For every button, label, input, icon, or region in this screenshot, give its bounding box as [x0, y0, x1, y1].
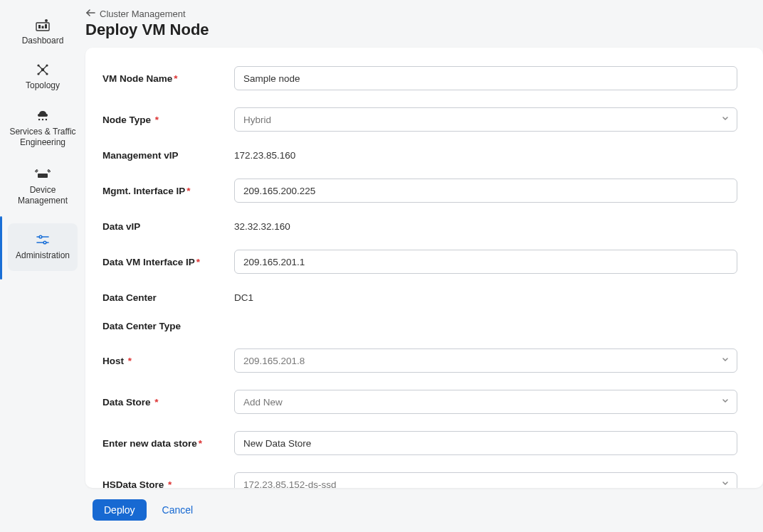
- sidebar: Dashboard Topology: [0, 0, 85, 532]
- label-new-data-store: Enter new data store*: [102, 438, 234, 449]
- footer-actions: Deploy Cancel: [85, 488, 763, 532]
- sidebar-item-device-management[interactable]: Device Management: [0, 158, 85, 216]
- sidebar-item-topology[interactable]: Topology: [0, 55, 85, 100]
- svg-point-19: [44, 175, 46, 176]
- label-data-center-type: Data Center Type: [102, 321, 234, 331]
- sidebar-item-dashboard[interactable]: Dashboard: [0, 10, 85, 55]
- cancel-button[interactable]: Cancel: [162, 504, 194, 516]
- sidebar-item-label: Administration: [16, 250, 70, 261]
- dashboard-icon: [36, 17, 50, 33]
- svg-rect-16: [46, 119, 47, 120]
- svg-rect-15: [42, 119, 43, 120]
- label-host: Host *: [102, 356, 234, 366]
- breadcrumb-parent: Cluster Management: [100, 9, 186, 19]
- node-type-select[interactable]: Hybrid: [234, 107, 737, 132]
- label-vm-node-name: VM Node Name*: [102, 73, 234, 84]
- data-store-select[interactable]: Add New: [234, 390, 737, 414]
- svg-rect-2: [42, 26, 44, 29]
- management-vip-value: 172.23.85.160: [234, 150, 295, 161]
- label-data-vm-interface-ip: Data VM Interface IP*: [102, 257, 234, 267]
- main-content: Cluster Management Deploy VM Node VM Nod…: [85, 0, 763, 532]
- svg-rect-3: [45, 24, 47, 28]
- back-arrow-icon: [85, 9, 95, 19]
- svg-point-4: [45, 19, 48, 22]
- svg-rect-1: [38, 25, 41, 28]
- vm-node-name-input[interactable]: [234, 66, 737, 90]
- device-icon: [35, 166, 51, 182]
- sidebar-item-label: Services & Traffic Engineering: [4, 127, 82, 148]
- label-hsdata-store: HSData Store *: [102, 479, 234, 489]
- page-title: Deploy VM Node: [85, 21, 763, 39]
- svg-point-18: [40, 175, 41, 176]
- chevron-down-icon: [721, 397, 730, 408]
- active-indicator: [0, 216, 2, 280]
- data-center-value: DC1: [234, 292, 253, 303]
- services-icon: [36, 108, 50, 124]
- sidebar-item-label: Device Management: [4, 185, 82, 206]
- deploy-button[interactable]: Deploy: [93, 499, 147, 521]
- form-card: VM Node Name* Node Type * Hybrid: [85, 48, 763, 488]
- chevron-down-icon: [721, 356, 730, 366]
- svg-rect-17: [38, 174, 48, 178]
- sidebar-item-services[interactable]: Services & Traffic Engineering: [0, 100, 85, 158]
- label-node-type: Node Type *: [102, 115, 234, 125]
- label-mgmt-interface-ip: Mgmt. Interface IP*: [102, 186, 234, 196]
- label-data-store: Data Store *: [102, 397, 234, 408]
- mgmt-interface-ip-input[interactable]: [234, 179, 737, 203]
- label-management-vip: Management vIP: [102, 150, 234, 161]
- label-data-center: Data Center: [102, 292, 234, 303]
- data-vm-interface-ip-input[interactable]: [234, 250, 737, 274]
- topology-icon: [36, 62, 49, 78]
- svg-point-21: [39, 235, 42, 238]
- breadcrumb[interactable]: Cluster Management: [85, 9, 763, 19]
- chevron-down-icon: [721, 479, 730, 489]
- sidebar-item-label: Topology: [26, 80, 60, 91]
- hsdata-store-select[interactable]: 172.23.85.152-ds-ssd: [234, 472, 737, 488]
- sidebar-item-administration[interactable]: Administration: [4, 216, 81, 280]
- page-header: Cluster Management Deploy VM Node: [85, 0, 763, 48]
- chevron-down-icon: [721, 115, 730, 125]
- settings-icon: [36, 232, 49, 248]
- svg-line-13: [43, 70, 47, 74]
- new-data-store-input[interactable]: [234, 431, 737, 455]
- svg-line-10: [38, 65, 43, 70]
- svg-line-11: [43, 65, 47, 70]
- svg-rect-14: [38, 119, 40, 120]
- svg-line-12: [38, 70, 43, 74]
- svg-point-23: [43, 241, 46, 244]
- sidebar-item-label: Dashboard: [22, 36, 64, 46]
- label-data-vip: Data vIP: [102, 221, 234, 232]
- host-select[interactable]: 209.165.201.8: [234, 349, 737, 373]
- data-vip-value: 32.32.32.160: [234, 221, 290, 232]
